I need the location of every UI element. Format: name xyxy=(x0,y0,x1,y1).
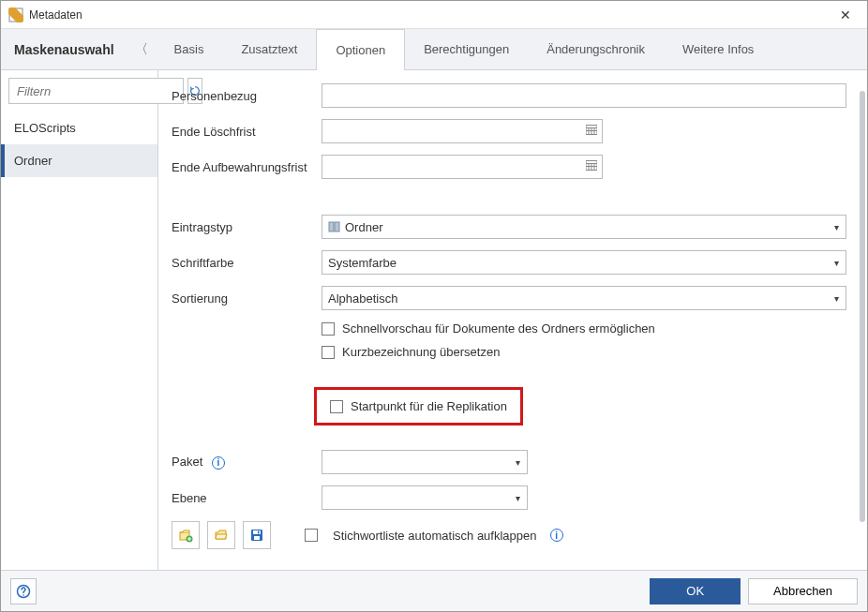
app-icon xyxy=(8,7,23,22)
footer: OK Abbrechen xyxy=(1,570,867,611)
tab-optionen[interactable]: Optionen xyxy=(316,29,405,70)
info-icon[interactable]: i xyxy=(550,529,563,542)
add-folder-icon xyxy=(178,528,193,543)
row-personenbezug: Personenbezug xyxy=(172,83,846,108)
cancel-button[interactable]: Abbrechen xyxy=(748,578,858,605)
svg-point-22 xyxy=(22,594,24,596)
sidebar: ELOScripts Ordner xyxy=(1,70,158,570)
select-paket[interactable] xyxy=(322,450,528,474)
svg-rect-18 xyxy=(253,530,261,534)
tab-weitere-infos[interactable]: Weitere Infos xyxy=(664,29,772,69)
svg-rect-19 xyxy=(254,536,260,540)
ok-button[interactable]: OK xyxy=(650,578,741,605)
info-icon[interactable]: i xyxy=(212,456,225,470)
content-area: ELOScripts Ordner Personenbezug Ende Lös… xyxy=(1,70,867,570)
tab-aenderungschronik[interactable]: Änderungschronik xyxy=(528,29,664,69)
label-sortierung: Sortierung xyxy=(172,291,322,306)
label-chk-schnellvorschau: Schnellvorschau für Dokumente des Ordner… xyxy=(342,321,655,336)
svg-rect-13 xyxy=(329,222,334,231)
row-chk-schnellvorschau: Schnellvorschau für Dokumente des Ordner… xyxy=(322,321,846,336)
add-level-button[interactable] xyxy=(172,521,200,549)
icon-toolbar: Stichwortliste automatisch aufklappen i xyxy=(172,521,846,549)
label-schriftfarbe: Schriftfarbe xyxy=(172,256,322,270)
select-schriftfarbe-value: Systemfarbe xyxy=(328,256,397,270)
main-panel: Personenbezug Ende Löschfrist Ende Aufbe… xyxy=(158,70,867,570)
window-title: Metadaten xyxy=(29,8,831,22)
row-sortierung: Sortierung Alphabetisch ▾ xyxy=(172,286,846,310)
save-button[interactable] xyxy=(243,521,271,549)
folder-icon xyxy=(328,220,341,233)
sidebar-item-ordner[interactable]: Ordner xyxy=(1,144,157,177)
titlebar: Metadaten ✕ xyxy=(1,1,867,29)
select-ebene[interactable] xyxy=(322,485,528,510)
row-paket: Paket i ▾ xyxy=(172,450,846,474)
tabbar: Maskenauswahl 〈 Basis Zusatztext Optione… xyxy=(1,29,867,70)
checkbox-schnellvorschau[interactable] xyxy=(322,322,335,336)
filter-input[interactable] xyxy=(8,78,184,104)
input-personenbezug[interactable] xyxy=(322,83,846,108)
label-ende-loeschfrist: Ende Löschfrist xyxy=(172,125,322,139)
sidebar-item-eloscripts[interactable]: ELOScripts xyxy=(1,112,157,144)
row-ende-loeschfrist: Ende Löschfrist xyxy=(172,119,846,143)
scrollbar[interactable] xyxy=(860,91,865,522)
mask-collapse-arrow[interactable]: 〈 xyxy=(127,29,156,69)
select-eintragstyp-value: Ordner xyxy=(345,220,382,234)
select-eintragstyp[interactable]: Ordner xyxy=(322,215,846,239)
svg-rect-20 xyxy=(258,531,260,534)
label-personenbezug: Personenbezug xyxy=(172,89,322,103)
row-chk-kurzbezeichnung: Kurzbezeichnung übersetzen xyxy=(322,345,846,359)
tab-berechtigungen[interactable]: Berechtigungen xyxy=(405,29,528,69)
input-ende-aufbewahrung[interactable] xyxy=(322,155,603,179)
save-icon xyxy=(249,528,264,543)
row-ende-aufbewahrung: Ende Aufbewahrungsfrist xyxy=(172,155,846,179)
open-folder-icon xyxy=(214,528,229,543)
row-eintragstyp: Eintragstyp Ordner ▾ xyxy=(172,215,846,239)
checkbox-startpunkt[interactable] xyxy=(330,400,343,413)
checkbox-stichwortliste[interactable] xyxy=(305,529,318,542)
tab-zusatztext[interactable]: Zusatztext xyxy=(222,29,316,69)
row-schriftfarbe: Schriftfarbe Systemfarbe ▾ xyxy=(172,250,846,275)
highlight-startpunkt: Startpunkt für die Replikation xyxy=(314,387,523,425)
label-chk-kurzbezeichnung: Kurzbezeichnung übersetzen xyxy=(342,345,500,359)
select-schriftfarbe[interactable]: Systemfarbe xyxy=(322,250,846,275)
select-sortierung[interactable]: Alphabetisch xyxy=(322,286,846,310)
label-eintragstyp: Eintragstyp xyxy=(172,220,322,234)
select-sortierung-value: Alphabetisch xyxy=(328,291,397,306)
tab-basis[interactable]: Basis xyxy=(156,29,223,69)
svg-rect-14 xyxy=(335,222,339,231)
help-button[interactable] xyxy=(10,578,37,605)
filter-row xyxy=(1,70,157,112)
open-folder-button[interactable] xyxy=(207,521,235,549)
label-paket: Paket i xyxy=(172,455,322,470)
label-chk-stichwortliste: Stichwortliste automatisch aufklappen xyxy=(333,529,537,543)
row-ebene: Ebene ▾ xyxy=(172,485,846,510)
label-ende-aufbewahrung: Ende Aufbewahrungsfrist xyxy=(172,160,322,174)
checkbox-kurzbezeichnung[interactable] xyxy=(322,346,335,359)
close-icon[interactable]: ✕ xyxy=(831,1,860,29)
mask-label: Maskenauswahl xyxy=(1,29,127,69)
help-icon xyxy=(16,584,31,599)
label-chk-startpunkt: Startpunkt für die Replikation xyxy=(351,399,507,413)
input-ende-loeschfrist[interactable] xyxy=(322,119,603,143)
label-ebene: Ebene xyxy=(172,491,322,505)
